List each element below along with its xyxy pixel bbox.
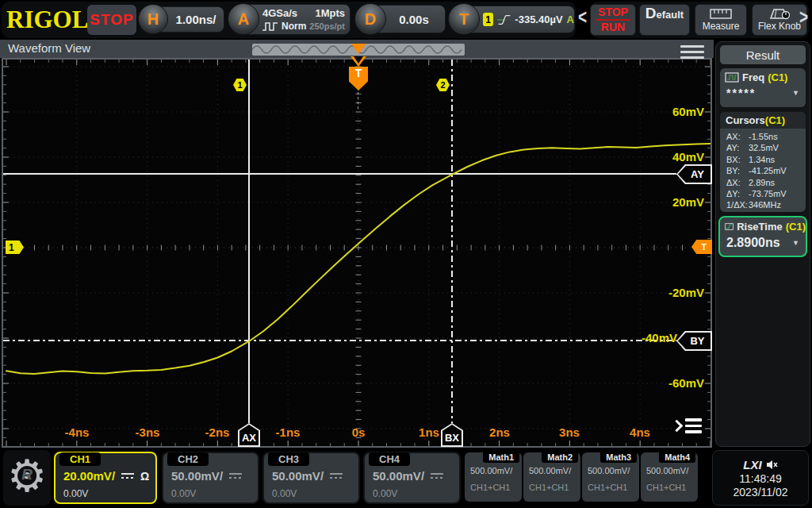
ch2-tab: CH2: [167, 452, 209, 466]
math-card-math2[interactable]: Math2 500.00mV/ CH1+CH1: [523, 452, 580, 502]
ruler-icon: [710, 9, 732, 19]
risetime-value: 2.8900ns: [726, 236, 780, 250]
vlabel-20mv: 20mV: [650, 195, 704, 209]
impedance-label: Ω: [140, 470, 149, 483]
channel-card-ch4[interactable]: CH4 50.00mV/ 0.00V: [363, 452, 461, 504]
trigger-knob-button[interactable]: T: [448, 3, 480, 35]
result-panel-title: Result: [720, 45, 806, 64]
cursor-row-1dx: 1/ΔX:346MHz: [720, 199, 806, 210]
default-button[interactable]: Default: [639, 4, 690, 36]
trigger-panel[interactable]: 1 -335.40µV A: [463, 6, 575, 33]
math-card-math3[interactable]: Math3 500.00mV/ CH1+CH1: [582, 452, 639, 502]
risetime-icon: [725, 221, 733, 232]
tlabel-n3ns: -3ns: [124, 425, 171, 439]
tlabel-n2ns: -2ns: [193, 425, 241, 439]
cursor-row-dx: ΔX:2.89ns: [720, 177, 806, 188]
nav-prev-chevron[interactable]: <: [578, 6, 587, 29]
sound-muted-icon: [766, 460, 778, 470]
vlabel-n40mv: -40mV: [623, 331, 677, 344]
rising-edge-icon: [497, 13, 511, 27]
ch2-offset: 0.00V: [171, 488, 196, 499]
horizontal-knob-button[interactable]: H: [138, 4, 168, 34]
risetime-dropdown-icon[interactable]: ▼: [792, 239, 799, 247]
lxi-label: LXI: [743, 458, 761, 471]
sample-rate: 4GSa/s: [262, 7, 297, 20]
freq-counter-icon: [725, 72, 739, 83]
plot-menu-icon[interactable]: [672, 418, 702, 433]
cursors-result-card[interactable]: Cursors(C1) AX:-1.55ns AY:32.5mV BX:1.34…: [720, 112, 806, 212]
rigol-logo: RIGOL: [6, 6, 88, 34]
trigger-stem: [358, 92, 358, 110]
tlabel-2ns: 2ns: [476, 425, 523, 439]
menu-icon[interactable]: [680, 45, 704, 59]
tlabel-4ns: 4ns: [616, 425, 664, 439]
system-date: 2023/11/02: [733, 486, 787, 498]
system-status-box[interactable]: LXI 11:48:49 2023/11/02: [712, 450, 809, 506]
cursor-row-dy: ΔY:-73.75mV: [720, 188, 806, 199]
trigger-source-badge: 1: [483, 13, 493, 26]
dc-coupling-icon: [431, 473, 443, 479]
memory-depth: 1Mpts: [315, 7, 345, 20]
ch1-scale: 20.00mV/: [63, 469, 115, 483]
cursor-row-ax: AX:-1.55ns: [720, 131, 806, 142]
oscilloscope-screen: RIGOL STOP H 1.00ns/ A 4GSa/s 1Mpts Norm…: [0, 0, 812, 508]
ch2-scale: 50.00mV/: [171, 469, 223, 483]
vlabel-n60mv: -60mV: [650, 376, 704, 390]
overview-trigger-marker[interactable]: [351, 44, 366, 54]
stop-run-button[interactable]: STOP RUN: [590, 4, 636, 36]
freq-value: *****: [726, 87, 756, 99]
run-label: RUN: [601, 21, 625, 33]
acquire-mode: Norm: [282, 20, 306, 33]
freq-result-card[interactable]: Freq(C1) ***** ▼: [720, 68, 806, 107]
measure-button[interactable]: Measure: [695, 4, 747, 36]
tlabel-n4ns: -4ns: [53, 425, 101, 439]
ch4-offset: 0.00V: [373, 488, 397, 499]
tlabel-3ns: 3ns: [546, 425, 593, 439]
tlabel-0s: 0s: [335, 425, 382, 439]
ch1-tab: CH1: [59, 452, 101, 466]
ch4-tab: CH4: [369, 452, 410, 466]
cursor-row-ay: AY:32.5mV: [720, 142, 806, 153]
channel-card-ch3[interactable]: CH3 50.00mV/ 0.00V: [262, 452, 360, 504]
rigol-gear-logo[interactable]: ⚙ R: [3, 450, 51, 506]
ch1-offset: 0.00V: [63, 488, 88, 499]
ch3-offset: 0.00V: [272, 488, 297, 499]
waveform-view-title: Waveform View: [8, 41, 90, 55]
dc-coupling-icon: [121, 473, 134, 479]
vlabel-60mv: 60mV: [650, 105, 704, 118]
stop-label: STOP: [598, 6, 628, 18]
dc-coupling-icon: [330, 473, 343, 479]
nav-next-chevron[interactable]: >: [799, 6, 808, 29]
dc-coupling-icon: [229, 473, 242, 479]
run-state-badge: STOP: [87, 5, 136, 35]
risetime-result-card[interactable]: RiseTime(C1) 2.8900ns ▼: [718, 216, 807, 257]
ch3-tab: CH3: [268, 452, 309, 466]
channel-card-ch1[interactable]: CH1 20.00mV/ Ω 0.00V: [54, 452, 157, 504]
trigger-level: -335.40µV: [515, 13, 562, 25]
cursor-row-by: BY:-41.25mV: [720, 165, 806, 176]
trigger-sweep-mode: A: [567, 13, 574, 25]
square-wave-icon: [262, 22, 278, 31]
channel-card-ch2[interactable]: CH2 50.00mV/ 0.00V: [162, 452, 259, 504]
ch4-scale: 50.00mV/: [373, 469, 424, 483]
acquire-knob-button[interactable]: A: [228, 3, 259, 35]
system-time: 11:48:49: [739, 472, 781, 485]
vlabel-40mv: 40mV: [650, 150, 704, 164]
delay-knob-button[interactable]: D: [354, 3, 386, 35]
ch3-scale: 50.00mV/: [272, 469, 324, 483]
math-card-math1[interactable]: Math1 500.00mV/ CH1+CH1: [465, 452, 522, 502]
sample-resolution: 250ps/pt: [309, 20, 345, 33]
ch1-waveform-trace: [3, 60, 710, 446]
knob-icon: [768, 8, 791, 20]
cursor-row-bx: BX:1.34ns: [720, 154, 806, 165]
freq-dropdown-icon[interactable]: ▼: [792, 89, 799, 97]
math-card-math4[interactable]: Math4 500.00mV/ CH1+CH1: [641, 452, 698, 502]
tlabel-n1ns: -1ns: [264, 425, 312, 439]
vlabel-n20mv: -20mV: [650, 286, 704, 299]
